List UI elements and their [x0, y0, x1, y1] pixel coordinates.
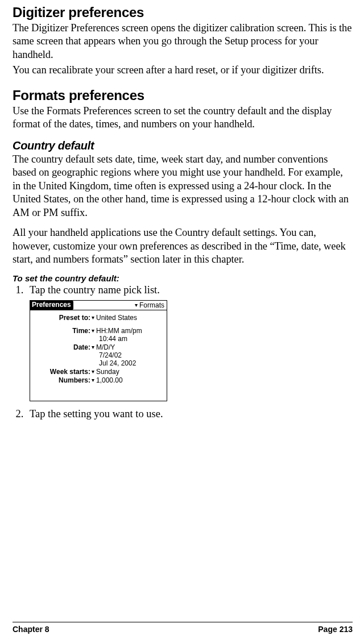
paragraph: The Digitizer Preferences screen opens t… [13, 22, 353, 61]
paragraph: The country default sets date, time, wee… [13, 153, 353, 219]
dropdown-arrow-icon: ▾ [92, 328, 94, 334]
screenshot-title: Preferences [30, 301, 73, 310]
screenshot-container: Preferences ▾ Formats Preset to: ▾ Unite… [30, 300, 353, 401]
step-2: Tap the setting you want to use. [26, 407, 353, 421]
dropdown-arrow-icon: ▾ [92, 315, 94, 321]
screenshot-titlebar: Preferences ▾ Formats [30, 301, 167, 310]
example-date-1: 7/24/02 [92, 351, 136, 359]
footer-chapter: Chapter 8 [13, 625, 49, 634]
palm-screenshot: Preferences ▾ Formats Preset to: ▾ Unite… [30, 300, 167, 401]
label-preset: Preset to: [34, 314, 92, 322]
dropdown-arrow-icon: ▾ [92, 369, 94, 375]
row-time: Time: ▾ HH:MM am/pm 10:44 am [34, 327, 163, 343]
howto-steps: Tap the country name pick list. [13, 283, 353, 297]
dropdown-arrow-icon: ▾ [92, 377, 94, 383]
value-preset: United States [96, 314, 137, 322]
row-week: Week starts: ▾ Sunday [34, 368, 163, 376]
document-page: Digitizer preferences The Digitizer Pref… [0, 0, 364, 644]
picker-time[interactable]: ▾ HH:MM am/pm [92, 327, 142, 335]
row-numbers: Numbers: ▾ 1,000.00 [34, 376, 163, 384]
paragraph: You can recalibrate your screen after a … [13, 64, 353, 77]
value-week: Sunday [96, 368, 119, 376]
picker-date[interactable]: ▾ M/D/Y [92, 343, 136, 351]
label-week: Week starts: [34, 368, 92, 376]
heading-formats-preferences: Formats preferences [13, 88, 353, 103]
example-date-2: Jul 24, 2002 [92, 359, 136, 367]
dropdown-arrow-icon: ▾ [92, 344, 94, 350]
label-date: Date: [34, 343, 92, 351]
heading-country-default: Country default [13, 139, 353, 152]
dropdown-arrow-icon: ▾ [135, 302, 138, 308]
row-date: Date: ▾ M/D/Y 7/24/02 Jul 24, 2002 [34, 343, 163, 367]
value-time: HH:MM am/pm [96, 327, 142, 335]
value-date: M/D/Y [96, 343, 115, 351]
heading-digitizer-preferences: Digitizer preferences [13, 5, 353, 20]
value-numbers: 1,000.00 [96, 376, 123, 384]
row-preset: Preset to: ▾ United States [34, 314, 163, 322]
label-time: Time: [34, 327, 92, 335]
picker-numbers[interactable]: ▾ 1,000.00 [92, 376, 123, 384]
label-numbers: Numbers: [34, 376, 92, 384]
picker-preset[interactable]: ▾ United States [92, 314, 137, 322]
howto-heading: To set the country default: [13, 273, 353, 283]
step-1: Tap the country name pick list. [26, 283, 353, 297]
page-footer: Chapter 8 Page 213 [13, 622, 353, 634]
picker-week[interactable]: ▾ Sunday [92, 368, 119, 376]
paragraph: Use the Formats Preferences screen to se… [13, 105, 353, 131]
screenshot-body: Preset to: ▾ United States Time: ▾ [30, 310, 167, 401]
example-time: 10:44 am [92, 335, 142, 343]
screenshot-category-picker[interactable]: ▾ Formats [135, 301, 167, 309]
screenshot-category-label: Formats [139, 301, 164, 309]
footer-page: Page 213 [318, 625, 353, 634]
paragraph: All your handheld applications use the C… [13, 226, 353, 266]
howto-steps-continued: Tap the setting you want to use. [13, 407, 353, 421]
